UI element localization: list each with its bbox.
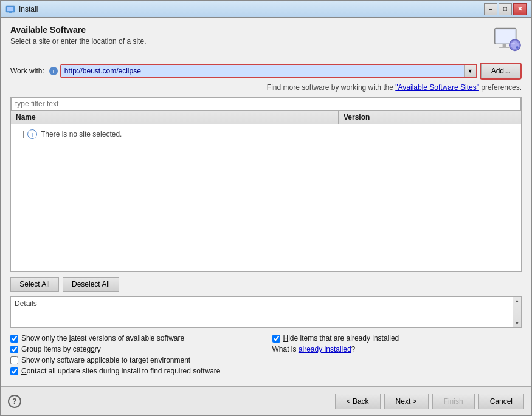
option-empty-right	[272, 356, 522, 364]
page-subtitle: Select a site or enter the location of a…	[10, 37, 492, 46]
options-area: Show only the latest versions of availab…	[10, 334, 522, 375]
svg-rect-1	[7, 7, 13, 11]
finish-button[interactable]: Finish	[432, 394, 475, 409]
opt-group-checkbox[interactable]	[10, 346, 18, 353]
option-hide-installed: Hide items that are already installed	[272, 334, 522, 343]
no-site-row: i There is no site selected.	[16, 128, 122, 139]
find-more-suffix: preferences.	[479, 83, 522, 92]
no-site-info-icon: i	[27, 129, 37, 139]
opt-hide-label: Hide items that are already installed	[283, 334, 399, 343]
scrollbar-up-icon[interactable]: ▲	[515, 297, 520, 305]
svg-rect-2	[9, 12, 12, 13]
svg-rect-7	[499, 47, 510, 48]
add-button-wrapper: Add...	[480, 63, 522, 80]
help-icon[interactable]: ?	[8, 395, 21, 408]
monitor-icon	[492, 26, 522, 53]
already-installed-link[interactable]: already installed	[299, 345, 351, 353]
option-contact-sites: Contact all update sites during install …	[10, 367, 522, 375]
option-what-is-installed: What is already installed?	[272, 345, 522, 353]
col-extra	[460, 111, 521, 124]
opt-target-label: Show only software applicable to target …	[21, 356, 190, 364]
filter-and-table: Name Version i There is no site selected…	[10, 97, 522, 272]
opt-contact-checkbox[interactable]	[10, 367, 18, 375]
svg-rect-3	[7, 13, 13, 13]
window-icon	[5, 4, 15, 14]
add-button[interactable]: Add...	[481, 64, 520, 78]
opt-contact-label: Contact all update sites during install …	[21, 367, 221, 375]
opt-hide-checkbox[interactable]	[272, 335, 280, 343]
option-target-env: Show only software applicable to target …	[10, 356, 260, 364]
page-title: Available Software	[10, 25, 492, 35]
scrollbar-down-icon[interactable]: ▼	[515, 319, 520, 327]
svg-point-10	[511, 43, 515, 45]
find-more-prefix: Find more software by working with the	[267, 83, 395, 92]
maximize-button[interactable]: □	[499, 3, 512, 15]
opt-target-checkbox[interactable]	[10, 356, 18, 364]
svg-point-11	[516, 46, 519, 49]
no-site-message: There is no site selected.	[41, 130, 122, 138]
title-controls: – □ ✕	[484, 3, 527, 15]
url-input[interactable]	[61, 65, 464, 77]
work-with-row: Work with: i ▼ Add...	[10, 63, 522, 80]
page-header: Available Software Select a site or ente…	[10, 25, 522, 54]
window-title: Install	[19, 5, 38, 13]
action-buttons-row: Select All Deselect All	[10, 277, 522, 292]
table-body: i There is no site selected.	[11, 124, 521, 271]
opt-latest-checkbox[interactable]	[10, 335, 18, 343]
table-header: Name Version	[11, 111, 521, 124]
bottom-bar: ? < Back Next > Finish Cancel	[1, 386, 531, 415]
no-site-checkbox[interactable]	[16, 131, 24, 138]
opt-group-label: Group items by category	[21, 345, 101, 353]
title-bar-left: Install	[5, 4, 38, 14]
available-software-sites-link[interactable]: "Available Software Sites"	[395, 83, 479, 92]
details-label: Details	[15, 299, 37, 308]
details-section: Details ▲ ▼	[10, 296, 522, 328]
minimize-button[interactable]: –	[484, 3, 497, 15]
nav-buttons: < Back Next > Finish Cancel	[335, 394, 524, 409]
work-with-label: Work with:	[10, 67, 44, 75]
what-is-installed-label: What is already installed?	[272, 345, 356, 353]
close-button[interactable]: ✕	[513, 3, 527, 15]
option-latest-versions: Show only the latest versions of availab…	[10, 334, 260, 343]
page-header-text: Available Software Select a site or ente…	[10, 25, 492, 46]
next-button[interactable]: Next >	[384, 394, 429, 409]
details-scrollbar[interactable]: ▲ ▼	[513, 297, 521, 327]
svg-rect-6	[503, 44, 506, 47]
url-dropdown-button[interactable]: ▼	[464, 65, 476, 77]
url-combo-wrapper: ▼	[60, 64, 477, 78]
install-window: Install – □ ✕ Available Software Select …	[0, 0, 532, 416]
deselect-all-button[interactable]: Deselect All	[63, 277, 119, 292]
filter-input[interactable]	[11, 97, 521, 111]
back-button[interactable]: < Back	[335, 394, 381, 409]
select-all-button[interactable]: Select All	[10, 277, 59, 292]
option-group-category: Group items by category	[10, 345, 260, 353]
col-name: Name	[11, 111, 339, 124]
col-version: Version	[339, 111, 460, 124]
title-bar: Install – □ ✕	[1, 1, 531, 18]
cancel-button[interactable]: Cancel	[478, 394, 524, 409]
content-area: Available Software Select a site or ente…	[1, 18, 531, 386]
find-more-row: Find more software by working with the "…	[10, 83, 522, 92]
page-icon	[492, 25, 522, 54]
info-icon[interactable]: i	[49, 67, 58, 75]
opt-latest-label: Show only the latest versions of availab…	[21, 334, 184, 343]
